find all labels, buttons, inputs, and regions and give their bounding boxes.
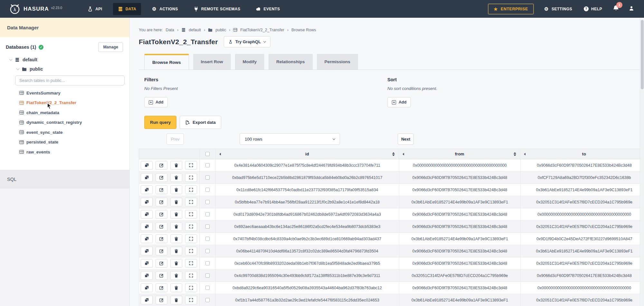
edit-row-button[interactable] [156,283,167,292]
page-size-select[interactable]: 100 rows [240,133,340,145]
clone-row-button[interactable] [141,296,153,304]
nav-item-remote-schemas[interactable]: REMOTE SCHEMAS [189,3,245,15]
edit-row-button[interactable] [156,234,167,243]
row-checkbox[interactable] [205,163,210,167]
delete-row-button[interactable] [170,247,182,255]
sidebar-table-fiattokenv2-2-transfer[interactable]: FiatTokenV2_2_Transfer [0,98,129,108]
tab-insert-row[interactable]: Insert Row [193,54,231,70]
delete-row-button[interactable] [170,161,182,170]
expand-row-button[interactable] [185,259,197,268]
tree-node-database-default[interactable]: default [10,57,129,62]
sidebar-table-dynamic-contract-registry[interactable]: dynamic_contract_registry [0,118,129,128]
tree-node-schema-public[interactable]: public [17,66,129,72]
expand-row-button[interactable] [185,173,197,182]
clone-row-button[interactable] [141,210,153,219]
edit-row-button[interactable] [156,173,167,182]
help-button[interactable]: ? HELP [582,4,603,14]
clone-row-button[interactable] [141,222,153,231]
try-graphql-button[interactable]: Try GraphQL [224,36,270,47]
breadcrumb-public[interactable]: public [215,28,226,32]
delete-row-button[interactable] [170,173,182,182]
expand-row-button[interactable] [185,161,197,170]
expand-row-button[interactable] [185,198,197,206]
row-checkbox[interactable] [205,249,210,253]
run-query-button[interactable]: Run query [144,116,176,129]
notifications-button[interactable]: 1 [612,5,620,13]
edit-row-button[interactable] [156,296,167,304]
column-header-from[interactable]: from [399,149,521,159]
column-header-id[interactable]: id [216,149,399,159]
row-checkbox[interactable] [205,224,210,229]
row-checkbox[interactable] [205,212,210,216]
sidebar-table-eventssummary[interactable]: EventsSummary [0,88,129,98]
export-data-button[interactable]: Export data [180,116,221,129]
select-all-checkbox[interactable] [205,152,210,156]
tab-browse-rows[interactable]: Browse Rows [144,54,189,70]
clone-row-button[interactable] [141,198,153,206]
clone-row-button[interactable] [141,173,153,182]
delete-row-button[interactable] [170,271,182,280]
nav-item-actions[interactable]: ⚙ ACTIONS [147,3,183,15]
expand-row-button[interactable] [185,234,197,243]
expand-row-button[interactable] [185,271,197,280]
clone-row-button[interactable] [141,271,153,280]
scrollbar-thumb[interactable] [641,20,644,89]
clone-row-button[interactable] [141,283,153,292]
edit-row-button[interactable] [156,247,167,255]
delete-row-button[interactable] [170,296,182,304]
clone-row-button[interactable] [141,259,153,268]
row-checkbox[interactable] [205,298,210,302]
clone-row-button[interactable] [141,161,153,170]
manage-button[interactable]: Manage [98,42,123,52]
nav-item-events[interactable]: EVENTS [251,3,285,15]
clone-row-button[interactable] [141,247,153,255]
edit-row-button[interactable] [156,185,167,194]
edit-row-button[interactable] [156,198,167,206]
user-menu-button[interactable] [629,5,634,13]
delete-row-button[interactable] [170,198,182,206]
expand-row-button[interactable] [185,185,197,194]
sort-column-icon[interactable] [392,152,395,156]
tab-permissions[interactable]: Permissions [317,54,358,70]
row-checkbox[interactable] [205,188,210,192]
chevron-down-icon[interactable] [16,67,20,70]
enterprise-button[interactable]: ★ ENTERPRISE [488,4,534,14]
edit-row-button[interactable] [156,222,167,231]
delete-row-button[interactable] [170,283,182,292]
settings-button[interactable]: ⚙ SETTINGS [543,4,573,14]
tab-modify[interactable]: Modify [235,54,265,70]
nav-item-api[interactable]: API [83,3,107,15]
sidebar-table-event-sync-state[interactable]: event_sync_state [0,127,129,137]
expand-row-button[interactable] [185,247,197,255]
table-search-input[interactable] [15,75,125,85]
sort-column-icon[interactable] [514,152,516,156]
nav-item-data[interactable]: DATA [113,3,141,15]
row-checkbox[interactable] [205,273,210,278]
collapse-column-icon[interactable] [524,153,526,155]
delete-row-button[interactable] [170,222,182,231]
sidebar-table-persisted-state[interactable]: persisted_state [0,137,129,147]
row-checkbox[interactable] [205,200,210,204]
sidebar-item-sql[interactable]: SQL [0,170,129,188]
expand-row-button[interactable] [185,296,197,304]
expand-row-button[interactable] [185,210,197,219]
expand-row-button[interactable] [185,222,197,231]
prev-page-button[interactable]: Prev [166,133,184,145]
vertical-scrollbar[interactable] [640,18,644,306]
row-checkbox[interactable] [205,175,210,180]
chevron-down-icon[interactable] [9,57,13,61]
sidebar-table-raw-events[interactable]: raw_events [0,147,129,157]
row-checkbox[interactable] [205,286,210,290]
add-sort-button[interactable]: + Add [387,97,411,107]
next-page-button[interactable]: Next [398,133,414,145]
delete-row-button[interactable] [170,259,182,268]
sidebar-table-chain-metadata[interactable]: chain_metadata [0,108,129,118]
hasura-brand[interactable]: λ HASURA v2.23.0 [9,3,62,15]
edit-row-button[interactable] [156,271,167,280]
edit-row-button[interactable] [156,210,167,219]
delete-row-button[interactable] [170,185,182,194]
expand-row-button[interactable] [185,283,197,292]
clone-row-button[interactable] [141,185,153,194]
breadcrumb-data[interactable]: Data [166,28,174,32]
breadcrumb-default[interactable]: default [189,28,201,32]
